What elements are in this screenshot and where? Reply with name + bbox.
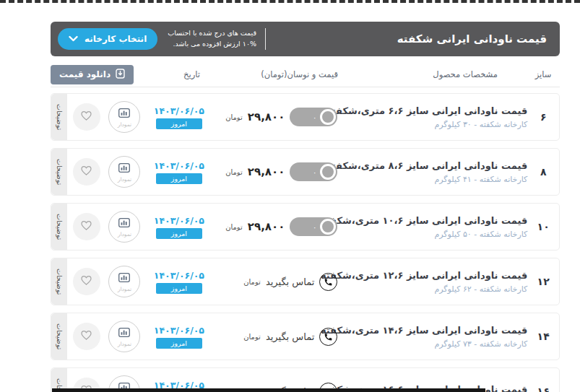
product-factory-weight: کارخانه شکفته - ۵۰ کیلوگرم xyxy=(345,230,527,239)
toggle-knob-icon xyxy=(320,164,336,180)
price-amount: ۲۹,۸۰۰ xyxy=(248,165,285,178)
product-cell: قیمت ناودانی ایرانی سایز ۱۴،۶ متری،شکفته… xyxy=(345,325,527,349)
date-cell: ۱۴۰۳/۰۶/۰۵ امروز xyxy=(144,215,213,239)
product-factory-weight: کارخانه شکفته - ۷۳ کیلوگرم xyxy=(345,339,527,349)
favorite-cell xyxy=(69,213,105,240)
heart-icon xyxy=(80,110,92,124)
price-amount: ۲۹,۸۰۰ xyxy=(248,220,285,233)
today-badge: امروز xyxy=(156,338,202,349)
price-change-toggle: ۰ xyxy=(290,162,337,181)
col-header-price: قیمت و نوسان(تومان) xyxy=(209,69,342,79)
select-factory-label: انتخاب کارخانه xyxy=(85,34,147,44)
chart-button[interactable]: نمودار xyxy=(108,156,140,188)
select-factory-button[interactable]: انتخاب کارخانه xyxy=(58,28,157,50)
content-wrap: قیمت ناودانی ایرانی شکفته قیمت های درج ش… xyxy=(51,0,560,392)
price-change-value: ۰ xyxy=(313,113,316,121)
favorite-button[interactable] xyxy=(73,323,100,350)
chart-label: نمودار xyxy=(118,121,131,128)
chart-bars-icon xyxy=(118,271,130,285)
chart-button[interactable]: نمودار xyxy=(108,101,140,133)
chart-bars-icon xyxy=(118,326,130,340)
vat-note-line1: قیمت های درج شده با احتساب xyxy=(168,28,256,39)
product-title-link[interactable]: قیمت ناودانی ایرانی سایز ۱۰،۶ متری،شکفته xyxy=(345,215,527,226)
details-tab[interactable]: توضیحات xyxy=(51,204,67,250)
price-date: ۱۴۰۳/۰۶/۰۵ xyxy=(154,215,204,226)
price-contact-group: تماس بگیرید xyxy=(266,328,337,346)
details-tab[interactable]: توضیحات xyxy=(51,258,67,305)
price-amount-group: ۲۹,۸۰۰ ۰ xyxy=(248,217,337,236)
header-divider xyxy=(265,28,266,50)
chevron-down-icon xyxy=(69,34,78,44)
phone-icon[interactable] xyxy=(319,273,337,291)
chart-button[interactable]: نمودار xyxy=(108,321,140,352)
price-cell: تومان ۲۹,۸۰۰ ۰ تماس بگیرید xyxy=(214,217,345,236)
col-header-size: سایز xyxy=(527,69,560,79)
favorite-button[interactable] xyxy=(73,268,100,295)
download-icon xyxy=(116,69,125,81)
price-change-toggle: ۰ xyxy=(290,217,337,236)
chart-bars-icon xyxy=(118,107,130,121)
favorite-button[interactable] xyxy=(73,158,100,186)
product-title-link[interactable]: قیمت ناودانی ایرانی سایز ۶،۶ متری،شکفته xyxy=(345,105,527,116)
details-tab[interactable]: توضیحات xyxy=(51,313,67,360)
price-change-toggle: ۰ xyxy=(290,108,337,126)
chart-button[interactable]: نمودار xyxy=(108,266,140,297)
currency-label: تومان xyxy=(225,168,243,176)
chart-bars-icon xyxy=(118,217,130,230)
table-row: ۱۰ قیمت ناودانی ایرانی سایز ۱۰،۶ متری،شک… xyxy=(51,203,560,251)
price-cell: تومان تماس بگیرید xyxy=(214,273,345,291)
price-contact-group: تماس بگیرید xyxy=(266,273,337,291)
product-title-link[interactable]: قیمت ناودانی ایرانی سایز ۱۴،۶ متری،شکفته xyxy=(345,325,527,336)
today-badge: امروز xyxy=(156,228,202,239)
call-us-label[interactable]: تماس بگیرید xyxy=(266,276,314,287)
next-section-edge xyxy=(52,388,485,392)
product-factory-weight: کارخانه شکفته - ۴۱ کیلوگرم xyxy=(345,175,527,184)
product-factory-weight: کارخانه شکفته - ۳۰ کیلوگرم xyxy=(345,120,527,129)
chart-cell: نمودار xyxy=(105,211,145,243)
date-cell: ۱۴۰۳/۰۶/۰۵ امروز xyxy=(144,160,213,184)
date-cell: ۱۴۰۳/۰۶/۰۵ امروز xyxy=(144,270,213,294)
chart-button[interactable]: نمودار xyxy=(108,211,140,243)
details-tab[interactable]: توضیحات xyxy=(51,94,67,140)
size-value: ۱۰ xyxy=(527,221,559,232)
heart-icon xyxy=(80,220,92,234)
chart-cell: نمودار xyxy=(105,266,145,297)
product-factory-weight: کارخانه شکفته - ۶۲ کیلوگرم xyxy=(345,284,527,294)
date-cell: ۱۴۰۳/۰۶/۰۵ امروز xyxy=(144,325,213,349)
price-date: ۱۴۰۳/۰۶/۰۵ xyxy=(154,160,204,171)
chart-cell: نمودار xyxy=(105,156,145,188)
price-amount-group: ۲۹,۸۰۰ ۰ xyxy=(248,162,337,181)
favorite-button[interactable] xyxy=(73,213,100,240)
favorite-cell xyxy=(69,103,105,131)
price-amount-group: ۲۹,۸۰۰ ۰ xyxy=(248,108,337,126)
today-badge: امروز xyxy=(156,283,202,294)
col-header-product: مشخصات محصول xyxy=(342,69,527,79)
chart-label: نمودار xyxy=(118,286,131,292)
col-header-date: تاریخ xyxy=(138,69,209,79)
details-tab[interactable]: توضیحات xyxy=(51,149,67,195)
product-cell: قیمت ناودانی ایرانی سایز ۱۲،۶ متری،شکفته… xyxy=(345,270,527,294)
size-value: ۸ xyxy=(527,166,559,178)
product-title-link[interactable]: قیمت ناودانی ایرانی سایز ۸،۶ متری،شکفته xyxy=(345,160,527,171)
table-header-row: سایز مشخصات محصول قیمت و نوسان(تومان) تا… xyxy=(51,65,560,84)
price-amount: ۲۹,۸۰۰ xyxy=(248,110,285,123)
heart-icon xyxy=(80,165,92,179)
price-cell: تومان تماس بگیرید xyxy=(214,328,345,346)
favorite-button[interactable] xyxy=(73,103,100,131)
download-price-button[interactable]: دانلود قیمت xyxy=(51,65,134,84)
price-date: ۱۴۰۳/۰۶/۰۵ xyxy=(154,270,204,281)
price-date: ۱۴۰۳/۰۶/۰۵ xyxy=(154,325,204,336)
chart-label: نمودار xyxy=(118,341,131,347)
currency-label: تومان xyxy=(243,278,261,286)
phone-icon[interactable] xyxy=(319,328,337,346)
product-cell: قیمت ناودانی ایرانی سایز ۱۰،۶ متری،شکفته… xyxy=(345,215,527,239)
currency-label: تومان xyxy=(225,113,243,121)
section-header: قیمت ناودانی ایرانی شکفته قیمت های درج ش… xyxy=(51,22,560,56)
download-price-label: دانلود قیمت xyxy=(59,69,111,79)
today-badge: امروز xyxy=(156,118,202,129)
call-us-label[interactable]: تماس بگیرید xyxy=(266,331,314,342)
product-title-link[interactable]: قیمت ناودانی ایرانی سایز ۱۲،۶ متری،شکفته xyxy=(345,270,527,281)
table-row: ۸ قیمت ناودانی ایرانی سایز ۸،۶ متری،شکفت… xyxy=(51,148,560,196)
product-cell: قیمت ناودانی ایرانی سایز ۸،۶ متری،شکفته … xyxy=(345,160,527,184)
heart-icon xyxy=(80,275,92,289)
